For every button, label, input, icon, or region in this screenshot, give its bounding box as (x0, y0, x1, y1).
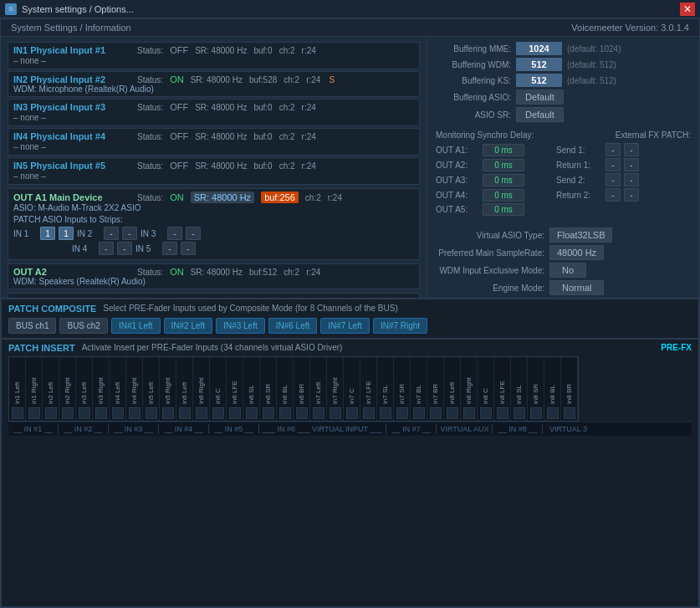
ch-toggle-3[interactable] (62, 407, 74, 419)
asio-default-button[interactable]: Default (516, 89, 564, 105)
input-in5: IN5 Physical Input #5 Status: OFF SR: 48… (8, 157, 420, 185)
patch-in5-2[interactable]: - (181, 242, 196, 255)
ch-toggle-28[interactable] (480, 407, 492, 419)
send2-btn2[interactable]: - (624, 173, 639, 186)
ch-toggle-9[interactable] (162, 407, 174, 419)
return1-btn1[interactable]: - (605, 158, 621, 171)
return1-btn2[interactable]: - (624, 158, 639, 171)
comp-bus-ch1[interactable]: BUS ch1 (8, 318, 56, 334)
ch-toggle-21[interactable] (363, 407, 375, 419)
ch-toggle-1[interactable] (28, 407, 40, 419)
patch-insert-section: PATCH INSERT Activate Insert per PRE-Fad… (1, 339, 699, 608)
right-panel: Buffering MME: 1024 (default: 1024) Buff… (427, 37, 699, 298)
return2-btn1[interactable]: - (605, 188, 621, 202)
patch-in4-1[interactable]: - (99, 242, 114, 255)
ch-toggle-20[interactable] (346, 407, 358, 419)
patch-in5-1[interactable]: - (162, 242, 177, 255)
channel-strip-33: in8 BR (561, 357, 578, 421)
asio-type-button[interactable]: Float32LSB (549, 227, 612, 243)
ch-toggle-27[interactable] (463, 407, 475, 419)
channel-strip-27: in8 Right (461, 357, 478, 421)
ks-label: Buffering KS: (436, 76, 511, 85)
in1-status: OFF (170, 45, 188, 55)
ch-toggle-19[interactable] (330, 407, 341, 419)
ch-toggle-26[interactable] (447, 407, 458, 419)
channel-strip-12: in6 C (210, 357, 227, 421)
comp-in6-left[interactable]: IN#6 Left (268, 318, 318, 334)
asio-sr-button[interactable]: Default (516, 107, 564, 122)
ext-fx-title: External FX PATCH: (616, 130, 691, 140)
in1-name: IN1 Physical Input #1 (13, 45, 130, 55)
sample-rate-button[interactable]: 48000 Hz (549, 245, 604, 260)
ch-toggle-30[interactable] (514, 407, 525, 419)
comp-in7-right[interactable]: IN#7 Right (373, 318, 427, 334)
comp-bus-ch2[interactable]: BUS ch2 (59, 318, 107, 334)
wdm-exclusive-button[interactable]: No (549, 263, 586, 278)
ch-toggle-10[interactable] (179, 407, 191, 419)
patch-in4-2[interactable]: - (117, 242, 132, 255)
patch-in2-1[interactable]: - (104, 227, 119, 240)
ch-toggle-29[interactable] (497, 407, 508, 419)
comp-in2-left[interactable]: IN#2 Left (164, 318, 213, 334)
patch-in3-1[interactable]: - (167, 227, 182, 240)
comp-in3-left[interactable]: IN#3 Left (216, 318, 265, 334)
ch-toggle-13[interactable] (229, 407, 241, 419)
ch-toggle-8[interactable] (146, 407, 157, 419)
send1-btn1[interactable]: - (605, 143, 621, 156)
ch-toggle-12[interactable] (212, 407, 224, 419)
patch-in2-2[interactable]: - (122, 227, 137, 240)
engine-button[interactable]: Normal (549, 280, 604, 295)
return2-btn2[interactable]: - (624, 188, 639, 202)
channel-strip-21: in7 LFE (360, 357, 377, 421)
ch-toggle-25[interactable] (430, 407, 442, 419)
ch-toggle-17[interactable] (296, 407, 308, 419)
send2-btn1[interactable]: - (605, 173, 621, 186)
ch-toggle-33[interactable] (564, 407, 575, 419)
ch-toggle-0[interactable] (12, 407, 23, 419)
ch-toggle-5[interactable] (95, 407, 107, 419)
channel-strips: in1 Leftin1 Rightin2 Leftin2 Rightin3 Le… (8, 356, 579, 422)
output-a1: OUT A1 Main Device Status: ON SR: 48000 … (8, 188, 420, 260)
ch-toggle-7[interactable] (129, 407, 141, 419)
channel-strip-10: in6 Left (176, 357, 193, 421)
engine-label: Engine Mode: (436, 284, 544, 293)
channel-strips-container: in1 Leftin1 Rightin2 Leftin2 Rightin3 Le… (8, 356, 692, 422)
ch-toggle-16[interactable] (279, 407, 291, 419)
wdm-default: (default: 512) (567, 60, 616, 69)
channel-strip-5: in3 Right (93, 357, 110, 421)
asio-sr-label: ASIO SR: (436, 110, 511, 120)
wdm-value: 512 (516, 58, 562, 71)
ch-toggle-11[interactable] (196, 407, 207, 419)
comp-in1-left[interactable]: IN#1 Left (111, 318, 161, 334)
wdm-exclusive-label: WDM Input Exclusive Mode: (436, 266, 544, 275)
ch-toggle-32[interactable] (547, 407, 559, 419)
header-left: System Settings / Information (11, 23, 131, 33)
close-button[interactable]: ✕ (680, 3, 695, 16)
in3-name: IN3 Physical Input #3 (13, 102, 130, 112)
channel-strip-26: in8 Left (444, 357, 461, 421)
channel-strip-19: in7 Right (327, 357, 344, 421)
channel-strip-13: in6 LFE (227, 357, 243, 421)
patch-in1-1[interactable]: 1 (40, 227, 55, 240)
send1-btn2[interactable]: - (624, 143, 639, 156)
ch-toggle-2[interactable] (45, 407, 57, 419)
ch-toggle-24[interactable] (413, 407, 425, 419)
bottom-section-labels: __ IN #1 __ __ IN #2 __ __ IN #3 __ __ I… (8, 422, 692, 436)
pre-fx-label: PRE-FX (661, 343, 692, 352)
titlebar: S System settings / Options... (5, 3, 134, 15)
asio-label: Buffering ASIO: (436, 93, 511, 102)
ch-toggle-31[interactable] (530, 407, 542, 419)
ch-toggle-14[interactable] (246, 407, 258, 419)
ch-toggle-23[interactable] (396, 407, 408, 419)
ch-toggle-6[interactable] (112, 407, 124, 419)
ch-toggle-22[interactable] (380, 407, 391, 419)
monitoring-title: Monitoring Synchro Delay: (436, 130, 534, 140)
patch-in1-2[interactable]: 1 (59, 227, 74, 240)
ch-toggle-4[interactable] (79, 407, 90, 419)
ch-toggle-15[interactable] (263, 407, 274, 419)
channel-strip-17: in6 BR (294, 357, 310, 421)
patch-in3-2[interactable]: - (186, 227, 201, 240)
comp-in7-left[interactable]: IN#7 Left (320, 318, 370, 334)
patch-composite-title: PATCH COMPOSITE (8, 304, 96, 314)
ch-toggle-18[interactable] (313, 407, 324, 419)
